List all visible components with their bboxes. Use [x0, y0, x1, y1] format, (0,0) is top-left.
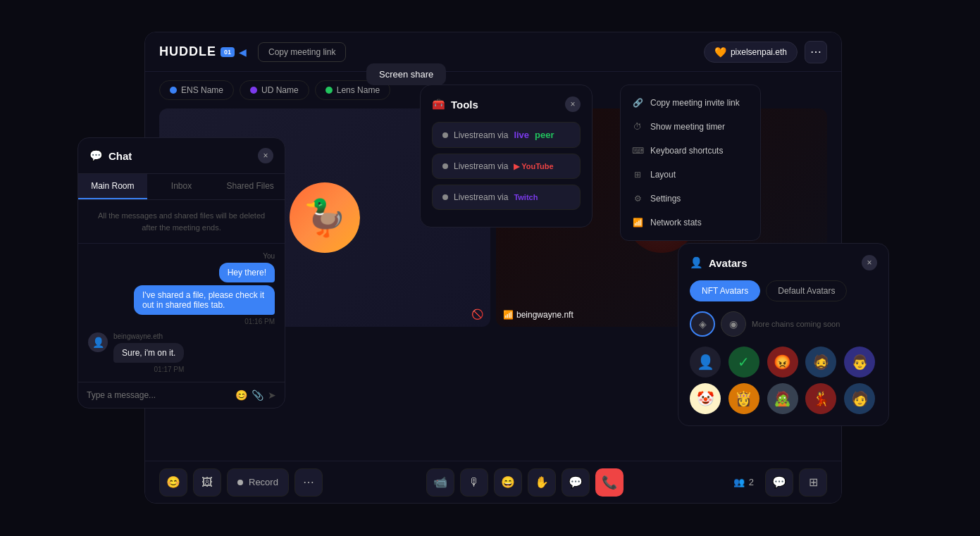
logo-arrow-icon: ◀: [239, 46, 247, 58]
avatar-item-1[interactable]: 👤: [690, 347, 721, 378]
ud-name-tab[interactable]: UD Name: [240, 80, 309, 100]
chat-close-button[interactable]: ×: [258, 148, 273, 163]
chat-panel: 💬 Chat × Main Room Inbox Shared Files Al…: [77, 137, 285, 409]
send-icon[interactable]: ➤: [268, 389, 276, 401]
incoming-time: 01:17 PM: [113, 366, 184, 373]
logo: HUDDLE 01 ◀: [159, 44, 247, 59]
incoming-content: beingwayne.eth Sure, i'm on it. 01:17 PM: [113, 332, 184, 373]
record-label: Record: [249, 477, 278, 487]
chat-tabs: Main Room Inbox Shared Files: [78, 174, 285, 200]
muted-icon-1: 🚫: [471, 308, 483, 320]
context-menu: 🔗 Copy meeting invite link ⏱ Show meetin…: [620, 85, 761, 241]
image-button[interactable]: 🖼: [193, 468, 221, 497]
context-item-layout[interactable]: ⊞ Layout: [621, 163, 760, 187]
chain-selector: ◈ ◉ More chains coming soon: [690, 311, 877, 337]
toolbar: 😊 🖼 Record ⋯ 📹 🎙 😄 ✋ 💬 📞 👥 2 💬 ⊞: [145, 461, 841, 503]
chat-input-icons: 😊 📎 ➤: [235, 389, 276, 401]
twitch-logo: Twitch: [514, 193, 538, 201]
avatar-item-7[interactable]: 👸: [728, 383, 759, 414]
end-call-button[interactable]: 📞: [595, 468, 624, 497]
tools-panel: 🧰 Tools × Livestream via livepeer Livest…: [420, 85, 593, 228]
more-options-button[interactable]: ⋯: [805, 41, 827, 63]
chat-right-button[interactable]: 💬: [765, 468, 793, 497]
copy-link-label: Copy meeting invite link: [650, 98, 740, 108]
more-tools-button[interactable]: ⋯: [294, 468, 323, 497]
tools-title-text: Tools: [451, 99, 478, 111]
lens-label: Lens Name: [337, 85, 380, 95]
copy-link-icon: 🔗: [632, 98, 643, 108]
layout-button[interactable]: ⊞: [799, 468, 827, 497]
context-item-keyboard[interactable]: ⌨ Keyboard shortcuts: [621, 139, 760, 163]
record-button[interactable]: Record: [227, 468, 289, 497]
chat-title: 💬 Chat: [89, 149, 132, 162]
message-bubble-1: Hey there!: [219, 263, 275, 282]
livestream-via-text-3: Livestream via: [454, 192, 508, 202]
emoji-input-icon[interactable]: 😊: [235, 389, 247, 401]
avatar-tabs: NFT Avatars Default Avatars: [690, 280, 877, 301]
participant-count[interactable]: 👥 2: [728, 468, 759, 497]
chain-btn-1[interactable]: ◈: [690, 311, 715, 337]
avatar-item-6[interactable]: 🤡: [690, 383, 721, 414]
chat-button[interactable]: 💬: [562, 468, 590, 497]
avatar-item-2[interactable]: ✓: [728, 347, 759, 378]
lens-dot: [325, 87, 333, 94]
mic-button[interactable]: 🎙: [460, 468, 488, 497]
chains-coming-text: More chains coming soon: [752, 320, 840, 328]
reaction-button[interactable]: 😄: [494, 468, 522, 497]
live-dot-3: [442, 194, 448, 200]
live-dot-1: [442, 132, 448, 138]
tools-icon: 🧰: [432, 98, 445, 111]
context-item-copy-link[interactable]: 🔗 Copy meeting invite link: [621, 91, 760, 115]
chat-input-area: 😊 📎 ➤: [78, 382, 285, 408]
context-item-settings[interactable]: ⚙ Settings: [621, 187, 760, 211]
livestream-livepeer-button[interactable]: Livestream via livepeer: [432, 122, 581, 148]
attach-icon[interactable]: 📎: [252, 389, 263, 401]
livepeer-logo-2: peer: [535, 130, 554, 140]
avatar-item-5[interactable]: 👨: [844, 347, 875, 378]
emoji-button[interactable]: 😊: [159, 468, 187, 497]
video-button[interactable]: 📹: [426, 468, 454, 497]
header: HUDDLE 01 ◀ Copy meeting link 🧡 pixelsen…: [145, 32, 841, 72]
copy-meeting-button[interactable]: Copy meeting link: [258, 42, 346, 62]
ens-label: ENS Name: [181, 85, 223, 95]
message-incoming-1: 👤 beingwayne.eth Sure, i'm on it. 01:17 …: [88, 332, 275, 373]
context-item-network[interactable]: 📶 Network stats: [621, 211, 760, 235]
user-pill[interactable]: 🧡 pixelsenpai.eth: [704, 42, 798, 63]
avatar-tab-nft[interactable]: NFT Avatars: [690, 280, 760, 301]
avatar-item-4[interactable]: 🧔: [805, 347, 836, 378]
keyboard-icon: ⌨: [632, 146, 643, 156]
chat-tab-shared-files[interactable]: Shared Files: [216, 174, 285, 199]
tools-title: 🧰 Tools: [432, 98, 478, 111]
outgoing-time: 01:16 PM: [88, 318, 275, 325]
chat-title-text: Chat: [108, 150, 132, 162]
hand-button[interactable]: ✋: [528, 468, 556, 497]
avatar-item-9[interactable]: 💃: [805, 383, 836, 414]
avatars-header: 👤 Avatars ×: [690, 255, 877, 270]
livestream-twitch-button[interactable]: Livestream via Twitch: [432, 185, 581, 210]
youtube-logo: ▶ YouTube: [514, 162, 553, 171]
chat-tab-inbox[interactable]: Inbox: [147, 174, 216, 199]
avatar-item-10[interactable]: 🧑: [844, 383, 875, 414]
user-name: pixelsenpai.eth: [731, 47, 787, 57]
incoming-bubble: Sure, i'm on it.: [113, 343, 184, 363]
context-item-timer[interactable]: ⏱ Show meeting timer: [621, 115, 760, 139]
header-right: 🧡 pixelsenpai.eth ⋯: [704, 41, 827, 63]
count-number: 2: [749, 477, 754, 487]
avatars-title: 👤 Avatars: [690, 256, 747, 269]
settings-label: Settings: [650, 194, 681, 204]
tools-close-button[interactable]: ×: [565, 96, 581, 112]
timer-icon: ⏱: [632, 122, 643, 132]
avatar-item-3[interactable]: 😡: [767, 347, 798, 378]
livestream-youtube-button[interactable]: Livestream via ▶ YouTube: [432, 154, 581, 179]
chat-input[interactable]: [87, 390, 230, 400]
ens-name-tab[interactable]: ENS Name: [159, 80, 234, 100]
chat-tab-main-room[interactable]: Main Room: [78, 174, 147, 199]
chain-btn-2[interactable]: ◉: [721, 311, 746, 337]
avatars-close-button[interactable]: ×: [862, 255, 877, 270]
screen-share-tooltip: Screen share: [366, 63, 446, 85]
avatar-tab-default[interactable]: Default Avatars: [766, 280, 847, 301]
avatar-nft: 🦆: [290, 182, 360, 253]
layout-icon: ⊞: [632, 170, 643, 180]
avatar-item-8[interactable]: 🧟: [767, 383, 798, 414]
incoming-avatar: 👤: [88, 332, 108, 352]
